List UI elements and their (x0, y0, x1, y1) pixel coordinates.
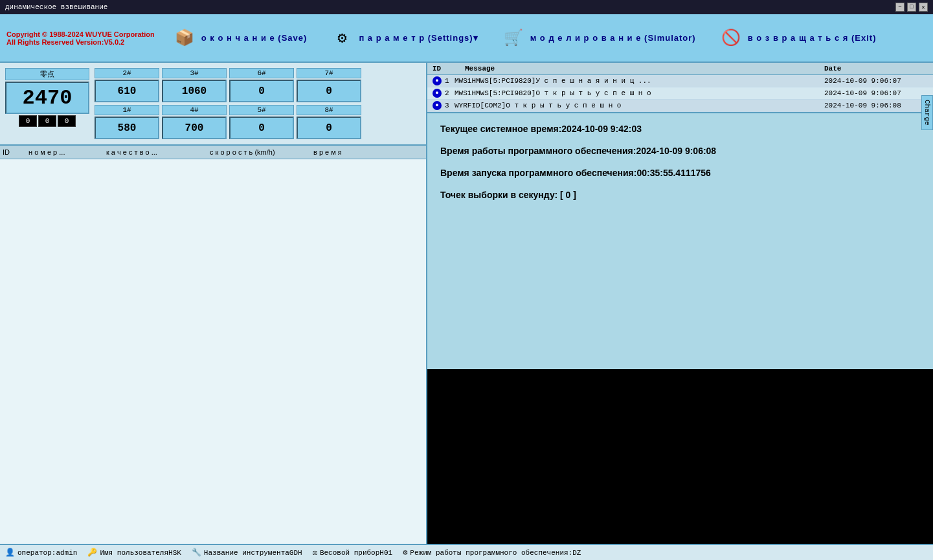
th-speed: с к о р о с т ь (km/h) (207, 148, 311, 156)
log-cell-date-3: 2024-10-09 9:06:08 (824, 102, 928, 109)
sensor-1-label: 1# (95, 105, 159, 115)
log-cell-date-2: 2024-10-09 9:06:07 (824, 89, 928, 97)
sensor-2: 2# 610 (95, 68, 159, 102)
company-logo: Copyright © 1988-2024 WUYUE Corporation … (6, 30, 155, 46)
toolname-label: Название инструментаGDH (204, 549, 302, 557)
log-header: ID Message Date (427, 63, 933, 75)
mini-box-2: 0 (38, 115, 56, 127)
logo-line1: Copyright © 1988-2024 WUYUE Corporation (6, 30, 155, 38)
log-icon-1: ● (433, 76, 442, 85)
close-button[interactable]: ✕ (919, 3, 928, 12)
menu-simulator[interactable]: 🛒 м о д е л и р о в а н и е (Simulator) (497, 24, 701, 52)
right-panel: Charge ID Message Date ● 1 MWS1HMWS[5:PC… (427, 63, 933, 544)
save-label: о к о н ч а н и е (Save) (201, 33, 308, 43)
minimize-button[interactable]: − (895, 3, 905, 12)
th-num: н о м е р ... (26, 148, 104, 156)
sensor-5-value: 0 (229, 117, 294, 139)
info-area: Текущее системное время:2024-10-09 9:42:… (427, 113, 933, 369)
simulator-icon: 🛒 (502, 27, 525, 50)
app-title: динамическое взвешивание (5, 3, 107, 11)
save-icon: 📦 (173, 27, 196, 50)
title-bar-left: динамическое взвешивание (5, 3, 107, 11)
sensor-3-label: 3# (162, 68, 227, 78)
run-duration-label: Время запуска программного обеспечения:0… (440, 168, 920, 178)
left-panel: 零点 2470 0 0 0 2# 610 3# (0, 63, 427, 544)
sensor-3: 3# 1060 (162, 68, 227, 102)
status-operator: 👤 оператор:admin (5, 548, 77, 557)
sensor-5-label: 5# (229, 105, 294, 115)
status-mode: ⚙️ Режим работы программного обеспечения… (403, 548, 581, 557)
table-body (0, 159, 426, 476)
settings-icon: ⚙️ (330, 27, 354, 50)
sensor-1: 1# 580 (95, 105, 159, 139)
log-cell-msg-1: MWS1HMWS[5:PCI9820]У с п е ш н а я и н и… (452, 77, 824, 85)
settings-label: п а р а м е т р (Settings)▾ (359, 33, 478, 43)
sensor-6-value: 0 (229, 80, 294, 102)
log-row-2: ● 2 MWS1HMWS[5:PCI9820]О т к р ы т ь у с… (427, 87, 933, 100)
data-table: ID н о м е р ... к а ч е с т в о ... с к… (0, 144, 426, 544)
status-bar: 👤 оператор:admin 🔑 Имя пользователяHSK 🔧… (0, 544, 933, 560)
software-start-time-label: Время работы программного обеспечения:20… (440, 146, 920, 156)
title-bar-controls: − □ ✕ (895, 3, 928, 12)
big-value: 2470 (5, 82, 89, 114)
status-username: 🔑 Имя пользователяHSK (87, 548, 181, 557)
username-label: Имя пользователяHSK (100, 549, 181, 557)
log-cell-id-3: ● 3 (433, 101, 452, 110)
operator-icon: 👤 (5, 548, 15, 557)
log-th-date: Date (824, 65, 928, 73)
sensor-4-value: 700 (162, 117, 227, 139)
log-cell-id-1: ● 1 (433, 76, 452, 85)
sensor-4-label: 4# (162, 105, 227, 115)
zero-label: 零点 (5, 68, 89, 80)
current-time-label: Текущее системное время:2024-10-09 9:42:… (440, 124, 920, 134)
log-row-1: ● 1 MWS1HMWS[5:PCI9820]У с п е ш н а я и… (427, 75, 933, 87)
sensor-1-value: 580 (95, 117, 159, 139)
th-qual: к а ч е с т в о ... (104, 148, 207, 156)
log-cell-date-1: 2024-10-09 9:06:07 (824, 77, 928, 85)
scale-icon: ⚖️ (313, 548, 317, 557)
log-icon-3: ● (433, 101, 442, 110)
sensor-4: 4# 700 (162, 105, 227, 139)
log-row-3: ● 3 WYRFID[COM2]О т к р ы т ь у с п е ш … (427, 100, 933, 112)
black-display (427, 369, 933, 544)
sensor-8-label: 8# (297, 105, 361, 115)
menu-settings[interactable]: ⚙️ п а р а м е т р (Settings)▾ (325, 24, 483, 52)
mini-box-1: 0 (19, 115, 37, 127)
log-th-msg: Message (452, 65, 824, 73)
main-content: 零点 2470 0 0 0 2# 610 3# (0, 63, 933, 544)
toolname-icon: 🔧 (192, 548, 201, 557)
logo-line2: All Rights Reserved Version:V5.0.2 (6, 38, 124, 46)
menu-exit[interactable]: 🚫 в о з в р а щ а т ь с я (Exit) (714, 24, 882, 52)
sensors-row-2: 1# 580 4# 700 5# 0 8# 0 (95, 105, 421, 139)
sensor-2-label: 2# (95, 68, 159, 78)
sensor-8: 8# 0 (297, 105, 361, 139)
sensor-3-value: 1060 (162, 80, 227, 102)
mode-icon: ⚙️ (403, 548, 407, 557)
sensor-7-label: 7# (297, 68, 361, 78)
scale-label: Весовой приборH01 (320, 549, 392, 557)
title-bar: динамическое взвешивание − □ ✕ (0, 0, 933, 14)
status-scale: ⚖️ Весовой приборH01 (313, 548, 392, 557)
maximize-button[interactable]: □ (907, 3, 916, 12)
zero-display: 零点 2470 0 0 0 (5, 68, 89, 139)
log-cell-msg-2: MWS1HMWS[5:PCI9820]О т к р ы т ь у с п е… (452, 89, 824, 97)
sensors-grid: 2# 610 3# 1060 6# 0 7# 0 (95, 68, 421, 139)
samples-per-sec-label: Точек выборки в секунду: [ 0 ] (440, 190, 920, 200)
sensor-area: 零点 2470 0 0 0 2# 610 3# (0, 63, 426, 144)
sensors-row-1: 2# 610 3# 1060 6# 0 7# 0 (95, 68, 421, 102)
table-header: ID н о м е р ... к а ч е с т в о ... с к… (0, 146, 426, 159)
th-time: в р е м я (311, 148, 414, 156)
menu-bar: Copyright © 1988-2024 WUYUE Corporation … (0, 14, 933, 63)
sensor-6-label: 6# (229, 68, 294, 78)
th-id: ID (0, 148, 26, 156)
sensor-7-value: 0 (297, 80, 361, 102)
simulator-label: м о д е л и р о в а н и е (Simulator) (530, 33, 696, 43)
sensor-8-value: 0 (297, 117, 361, 139)
log-icon-2: ● (433, 89, 442, 98)
mode-label: Режим работы программного обеспечения:DZ (410, 549, 581, 557)
sensor-5: 5# 0 (229, 105, 294, 139)
charge-tab[interactable]: Charge (921, 95, 933, 130)
log-table: ID Message Date ● 1 MWS1HMWS[5:PCI9820]У… (427, 63, 933, 113)
menu-save[interactable]: 📦 о к о н ч а н и е (Save) (168, 24, 313, 52)
sensor-6: 6# 0 (229, 68, 294, 102)
